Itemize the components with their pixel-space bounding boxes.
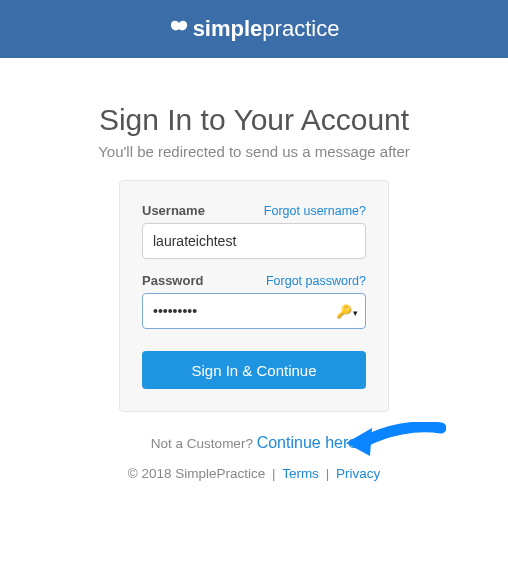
username-group: Username Forgot username? <box>142 203 366 259</box>
brand-text: simplepractice <box>193 16 340 42</box>
password-label: Password <box>142 273 203 288</box>
brand-prefix: simple <box>193 16 263 41</box>
continue-here-link[interactable]: Continue here <box>257 434 358 451</box>
below-card: Not a Customer? Continue here © 2018 Sim… <box>0 434 508 481</box>
footer: © 2018 SimplePractice | Terms | Privacy <box>0 466 508 481</box>
page-subtitle: You'll be redirected to send us a messag… <box>0 143 508 160</box>
password-group: Password Forgot password? 🔑▾ <box>142 273 366 329</box>
forgot-username-link[interactable]: Forgot username? <box>264 204 366 218</box>
password-input[interactable] <box>142 293 366 329</box>
brand-logo: simplepractice <box>169 16 340 42</box>
page-content: Sign In to Your Account You'll be redire… <box>0 58 508 481</box>
copyright-text: © 2018 SimplePractice <box>128 466 266 481</box>
forgot-password-link[interactable]: Forgot password? <box>266 274 366 288</box>
separator: | <box>272 466 276 481</box>
username-label: Username <box>142 203 205 218</box>
terms-link[interactable]: Terms <box>282 466 319 481</box>
username-input[interactable] <box>142 223 366 259</box>
privacy-link[interactable]: Privacy <box>336 466 380 481</box>
callout-arrow-icon <box>346 422 446 460</box>
signin-card: Username Forgot username? Password Forgo… <box>119 180 389 412</box>
not-customer-text: Not a Customer? <box>151 436 257 451</box>
separator: | <box>326 466 330 481</box>
brand-suffix: practice <box>262 16 339 41</box>
signin-button[interactable]: Sign In & Continue <box>142 351 366 389</box>
butterfly-icon <box>169 20 189 39</box>
page-title: Sign In to Your Account <box>0 103 508 137</box>
top-banner: simplepractice <box>0 0 508 58</box>
